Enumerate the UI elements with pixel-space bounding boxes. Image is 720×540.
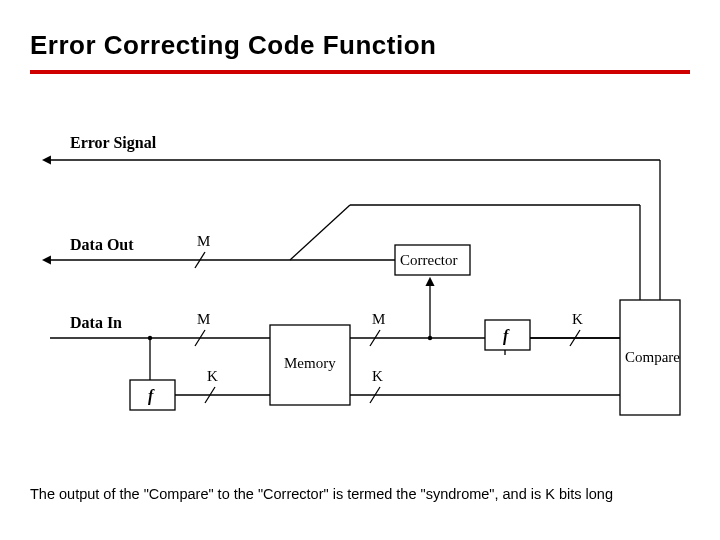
sig-k3: K: [572, 311, 583, 327]
caption: The output of the "Compare" to the "Corr…: [30, 486, 613, 502]
node-datain: [148, 336, 152, 340]
sig-k1: K: [207, 368, 218, 384]
sig-m-in: M: [197, 311, 210, 327]
block-diagram: Error Signal Data Out M Data In M f K Me…: [0, 0, 720, 540]
sig-k2: K: [372, 368, 383, 384]
label-data-in: Data In: [70, 314, 122, 331]
wire-syndrome-diag: [290, 205, 350, 260]
sig-m-out: M: [197, 233, 210, 249]
label-data-out: Data Out: [70, 236, 134, 253]
block-memory-label: Memory: [284, 355, 336, 371]
sig-m3: M: [372, 311, 385, 327]
node-m-branch: [428, 336, 432, 340]
label-error-signal: Error Signal: [70, 134, 157, 152]
block-compare-label: Compare: [625, 349, 680, 365]
block-corrector-label: Corrector: [400, 252, 457, 268]
